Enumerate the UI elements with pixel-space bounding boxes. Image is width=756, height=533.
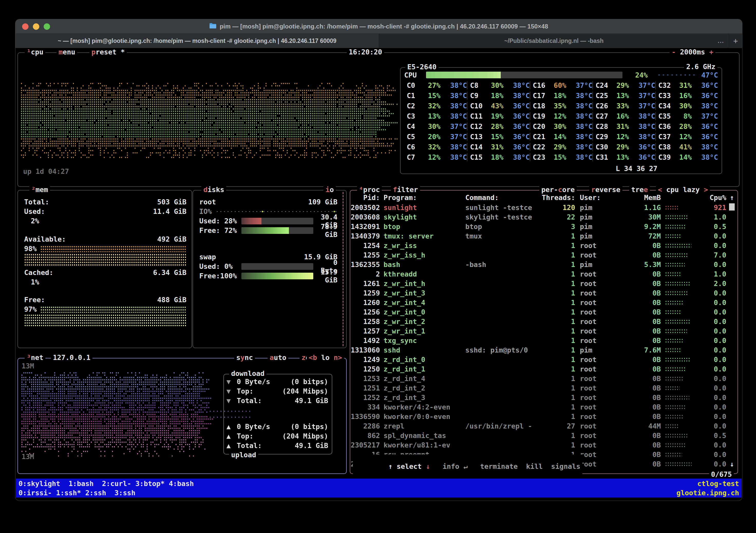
col-header-command[interactable]: Command: — [465, 194, 532, 201]
io-mode-button[interactable]: io — [323, 186, 336, 194]
process-row[interactable]: 2286zrepl/usr/bin/zrepl --co27root44M0.0 — [350, 421, 738, 431]
process-row[interactable]: 1261z_wr_int_h1root0B2.0 — [350, 279, 738, 288]
process-row[interactable]: 1249z_rd_int_01root0B0.0 — [350, 355, 738, 364]
disk-root-total: 109 GiB — [220, 198, 338, 206]
terminate-button[interactable]: terminate — [480, 463, 518, 470]
col-header-cpu[interactable]: Cpu% — [696, 194, 726, 201]
net-panel-title[interactable]: ³net — [25, 354, 45, 361]
menu-button[interactable]: menu — [57, 48, 77, 56]
kill-button[interactable]: kill — [526, 463, 543, 470]
new-tab-button[interactable]: + — [729, 34, 742, 48]
cpu-mini-graph — [665, 291, 688, 296]
proc-panel-title[interactable]: ⁴proc — [357, 186, 382, 194]
process-row[interactable]: 1255z_wr_iss_h1root0B7.0 — [350, 250, 738, 260]
interval-minus-button[interactable]: - — [671, 48, 676, 56]
select-button[interactable]: select — [397, 463, 422, 470]
process-row[interactable]: 1362355bash-bash1pim5.3M0.0 — [350, 260, 738, 269]
scroll-down-icon[interactable]: ↓ — [726, 460, 738, 468]
mem-used-percent: 2% — [24, 217, 39, 225]
disk-io-graph — [215, 210, 338, 213]
col-header-pid[interactable]: Pid: — [350, 194, 383, 201]
screen-windows-outer[interactable]: 0:skylight 1:bash 2:curl- 3:btop* 4:bash — [18, 480, 194, 488]
core-row: C712%38°CC1518%38°CC2315%38°CC3113%36°CC… — [404, 152, 718, 162]
tab-bash-session[interactable]: ~/Public/sabbatical.ipng.nl — -bash ... — [379, 34, 729, 48]
process-row[interactable]: 1340379tmux: servertmux1pim72M0.0 — [350, 231, 738, 241]
per-core-button[interactable]: per-core — [539, 186, 577, 194]
terminal-window: pim — [mosh] pim@glootie.ipng.ch: /home/… — [15, 19, 742, 501]
select-down-icon[interactable]: ↓ — [422, 463, 430, 470]
process-row[interactable]: 1432091btopbtop3pim9.2M0.5 — [350, 222, 738, 231]
net-scale-bottom: 13M — [22, 453, 34, 461]
disk-swap-used-label: Used: 0% — [199, 262, 238, 270]
process-row[interactable]: 1492txg_sync1root0B0.0 — [350, 336, 738, 345]
mem-cached-percent: 1% — [24, 278, 39, 286]
screen-windows-inner[interactable]: 0:irssi- 1:ssh* 2:ssh 3:ssh — [18, 489, 135, 497]
process-row[interactable]: 2003608skylightskylight -testcert22pim30… — [350, 212, 738, 222]
interval-plus-button[interactable]: + — [709, 48, 714, 56]
col-header-program[interactable]: Program: — [383, 194, 465, 201]
net-auto-button[interactable]: auto — [268, 354, 288, 361]
net-interface-selector[interactable]: <b lo n> — [307, 354, 344, 361]
core-row: C027%38°CC830%38°CC1660%37°CC2429%37°CC3… — [404, 80, 718, 91]
window-title: pim — [mosh] pim@glootie.ipng.ch: /home/… — [209, 23, 548, 30]
disk-root-free-meter — [241, 227, 313, 234]
process-row[interactable]: 1252z_rd_int_31root0B0.0 — [350, 393, 738, 402]
process-row[interactable]: 2kthreadd1root0B1.0 — [350, 269, 738, 279]
info-button[interactable]: info ↵ — [443, 463, 468, 470]
proc-count: 0/675 — [709, 470, 734, 478]
minimize-window-button[interactable] — [33, 23, 39, 30]
preset-button[interactable]: preset * — [89, 48, 127, 56]
process-row[interactable]: 1257z_wr_int_11root0B0.0 — [350, 326, 738, 336]
disk-swap-free-meter — [241, 273, 313, 279]
upload-stat-row: ▲Top:(204 Mibps) — [227, 431, 328, 441]
signals-button[interactable]: signals — [551, 463, 580, 470]
tab-overflow-icon[interactable]: ... — [718, 38, 724, 44]
select-up-icon[interactable]: ↑ — [388, 463, 397, 470]
interval-value: 2000ms — [680, 48, 705, 56]
sort-selector[interactable]: < cpu lazy > — [656, 186, 710, 194]
tab-mosh-session[interactable]: ~ — [mosh] pim@glootie.ipng.ch: /home/pi… — [15, 34, 379, 48]
process-row[interactable]: 2305217kworker/u81:1-ev1root0B0.0 — [350, 440, 738, 450]
mem-available-meter — [40, 246, 186, 252]
folder-icon — [209, 23, 216, 30]
zoom-window-button[interactable] — [44, 23, 50, 30]
net-panel: ³net 127.0.0.1 sync auto zero <b lo n> 1… — [17, 358, 347, 474]
disk-io-label: IO% — [199, 207, 212, 215]
process-row[interactable]: 1259z_wr_int_31root0B0.0 — [350, 288, 738, 298]
process-row[interactable]: 862spl_dynamic_tas1root0B0.5 — [350, 431, 738, 440]
col-header-user[interactable]: User: — [575, 194, 611, 201]
process-row[interactable]: 2003502sunlightsunlight -testcert120pim1… — [350, 203, 738, 212]
process-row[interactable]: 1313060sshdsshd: pim@pts/01pim7.6M0.0 — [350, 345, 738, 355]
net-sync-button[interactable]: sync — [234, 354, 255, 361]
process-row[interactable]: 1256z_wr_int_01root0B0.0 — [350, 307, 738, 317]
process-row[interactable]: 1250z_rd_int_11root0B0.0 — [350, 364, 738, 374]
process-row[interactable]: 1253z_rd_int_41root0B0.0 — [350, 374, 738, 383]
col-header-mem[interactable]: MemB — [611, 194, 661, 201]
process-row[interactable]: 1251z_rd_int_21root0B0.0 — [350, 383, 738, 393]
scroll-up-icon[interactable]: ↑ — [726, 194, 738, 201]
cpu-core-box: E5-2640 2.6 GHz CPU 24% 47°C C027%38°CC8… — [400, 67, 722, 174]
cpu-history-graph — [20, 82, 398, 159]
cpu-total-meter — [426, 72, 622, 78]
disks-panel-title[interactable]: disks — [201, 186, 226, 194]
upload-stat-row: ▲Total:49.1 GiB — [227, 441, 328, 450]
cpu-panel: ¹cpu menu preset * 16:20:20 - 2000ms + u… — [17, 52, 740, 187]
process-row[interactable]: 334kworker/4:2-even1root0B0.0 — [350, 402, 738, 412]
cpu-mini-graph — [665, 462, 691, 467]
process-row[interactable]: 1260z_wr_int_41root0B0.0 — [350, 298, 738, 307]
scrollbar-thumb[interactable] — [729, 203, 735, 210]
tree-button[interactable]: tree — [629, 186, 650, 194]
mem-panel-title[interactable]: ²mem — [29, 186, 50, 194]
close-window-button[interactable] — [22, 23, 29, 30]
col-header-threads[interactable]: Threads: — [532, 194, 575, 201]
filter-button[interactable]: filter — [391, 186, 420, 194]
tab-bash-label: ~/Public/sabbatical.ipng.nl — -bash — [504, 38, 604, 44]
process-row[interactable]: 1336590kworker/0:0-even1root0B0.0 — [350, 412, 738, 421]
mem-free-graph — [24, 314, 186, 327]
process-row[interactable]: 1258z_wr_int_21root0B0.0 — [350, 317, 738, 326]
cpu-panel-title[interactable]: ¹cpu — [25, 48, 45, 56]
net-interface: 127.0.0.1 — [51, 354, 93, 361]
process-row[interactable]: 1254z_wr_iss1root0B0.0 — [350, 241, 738, 250]
upload-arrow-icon: ▲ — [227, 441, 237, 450]
reverse-button[interactable]: reverse — [589, 186, 622, 194]
